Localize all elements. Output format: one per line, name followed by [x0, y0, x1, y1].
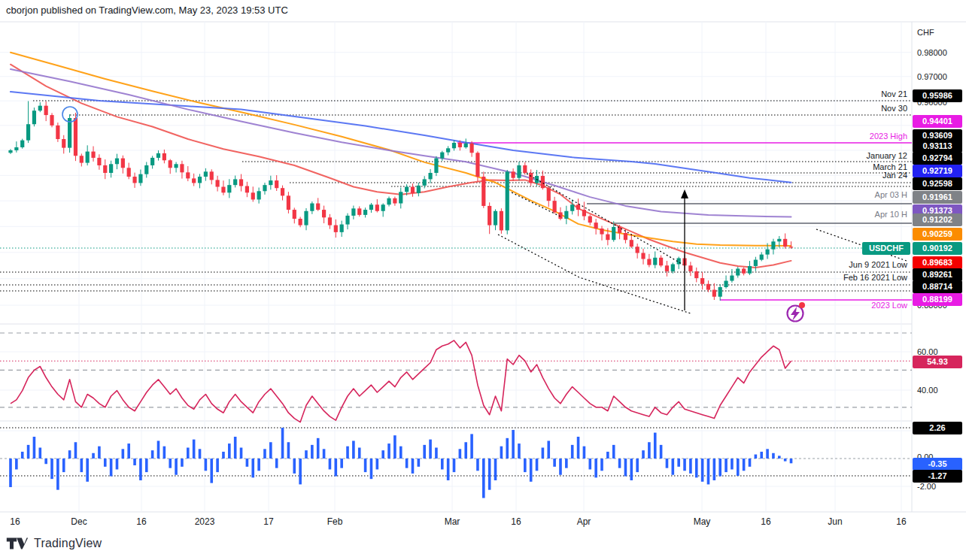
candle: [736, 268, 740, 275]
candle: [712, 290, 716, 297]
candle: [363, 210, 367, 215]
macd-histogram-bar: [340, 459, 343, 468]
macd-histogram-bar: [68, 450, 71, 459]
macd-histogram-bar: [530, 459, 533, 482]
candle: [517, 165, 521, 178]
macd-histogram-bar: [86, 459, 89, 482]
candle: [8, 150, 12, 153]
macd-histogram-bar: [80, 459, 84, 472]
candle: [204, 171, 208, 177]
macd-histogram-bar: [612, 445, 615, 459]
macd-histogram-bar: [737, 459, 740, 476]
candle: [700, 278, 704, 284]
candle: [387, 198, 390, 204]
macd-histogram-bar: [287, 442, 290, 459]
axis-price-tag: 0.92794: [913, 152, 962, 165]
macd-histogram-bar: [636, 459, 639, 472]
candle: [269, 180, 272, 185]
candle: [20, 141, 24, 147]
macd-histogram-bar: [39, 448, 42, 459]
tradingview-logo-text: TradingView: [34, 537, 102, 550]
candle: [748, 266, 752, 274]
level-name: Nov 21: [881, 89, 907, 99]
candle: [74, 118, 77, 156]
macd-histogram-bar: [435, 448, 438, 459]
macd-histogram-bar: [62, 459, 65, 472]
macd-histogram-bar: [352, 440, 355, 459]
axis-price-tag: 0.88199: [913, 293, 962, 306]
level-name: Apr 10 H: [875, 209, 907, 219]
candle: [653, 258, 657, 265]
macd-histogram-bar: [199, 449, 202, 459]
macd-histogram-bar: [299, 459, 302, 484]
candle: [452, 143, 456, 148]
macd-histogram-bar: [772, 453, 775, 459]
macd-histogram-bar: [588, 459, 591, 469]
macd-histogram-bar: [553, 459, 556, 467]
macd-histogram-bar: [251, 459, 254, 477]
symbol-price-flag: USDCHF: [862, 242, 910, 255]
time-label: Dec: [71, 516, 87, 527]
macd-histogram-bar: [689, 459, 692, 474]
macd-histogram-bar: [724, 459, 728, 472]
macd-histogram-bar: [524, 459, 527, 472]
candle: [375, 204, 379, 211]
candle: [322, 210, 326, 217]
macd-histogram-bar: [476, 459, 479, 471]
macd-histogram-bar: [488, 459, 491, 490]
chart-canvas[interactable]: [0, 0, 966, 560]
downtrend-line-upper[interactable]: [527, 174, 683, 265]
candle: [659, 258, 663, 265]
macd-histogram-bar: [222, 452, 225, 459]
level-name: Nov 30: [881, 103, 907, 114]
macd-histogram-bar: [441, 459, 444, 469]
macd-histogram-bar: [672, 459, 675, 475]
candle: [233, 179, 237, 185]
candle: [216, 180, 220, 186]
macd-histogram-bar: [583, 446, 586, 459]
macd-histogram-bar: [464, 442, 467, 459]
macd-histogram-bar: [642, 450, 645, 459]
candle: [724, 281, 728, 287]
macd-histogram-bar: [470, 434, 473, 459]
axis-price-tag: 0.88714: [913, 280, 962, 293]
macd-histogram-bar: [329, 459, 332, 469]
level-name: 2023 High: [870, 131, 907, 141]
tradingview-logo[interactable]: TradingView: [6, 534, 102, 552]
macd-histogram-bar: [346, 446, 349, 459]
flash-emoji-dot: [799, 302, 805, 308]
rsi-line: [11, 341, 791, 422]
candle: [754, 260, 758, 266]
time-label: Apr: [577, 516, 591, 527]
macd-histogram-bar: [784, 459, 787, 462]
macd-histogram-bar: [44, 459, 47, 464]
macd-histogram-bar: [246, 459, 249, 467]
macd-histogram-bar: [210, 459, 213, 483]
macd-histogram-bar: [305, 450, 308, 459]
macd-histogram-bar: [175, 459, 178, 475]
candle: [405, 187, 409, 192]
candle: [783, 239, 787, 247]
macd-histogram-bar: [56, 459, 59, 490]
time-label: May: [694, 516, 711, 527]
axis-price-tag: 0.90192: [913, 242, 962, 255]
time-label: 17: [263, 516, 273, 527]
macd-histogram-bar: [358, 448, 361, 459]
candle: [38, 106, 42, 111]
candle: [32, 110, 36, 124]
candle: [275, 180, 278, 188]
macd-histogram-bar: [9, 459, 12, 487]
macd-histogram-bar: [778, 456, 781, 459]
candle: [150, 158, 154, 165]
axis-price-tag: 0.93113: [913, 140, 962, 153]
candle: [163, 153, 166, 160]
candle: [760, 255, 764, 260]
candle: [434, 159, 438, 173]
macd-histogram-bar: [766, 449, 769, 459]
macd-histogram-bar: [418, 459, 421, 467]
candle: [186, 172, 190, 178]
macd-histogram-bar: [163, 446, 166, 459]
candle: [718, 287, 722, 297]
downtrend-line-lower[interactable]: [498, 235, 691, 313]
time-label: 2023: [195, 516, 215, 527]
